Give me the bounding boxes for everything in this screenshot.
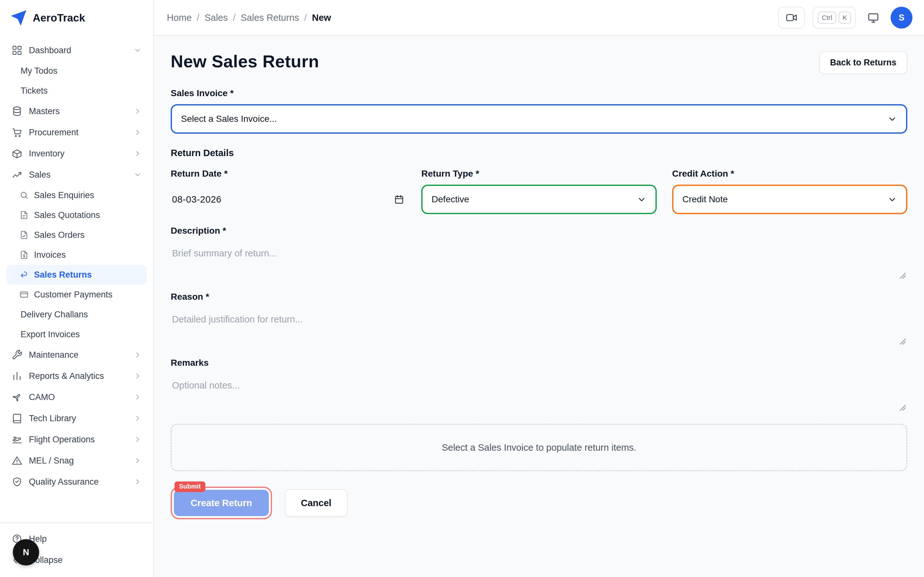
sidebar-item-sales-returns[interactable]: Sales Returns xyxy=(6,265,147,285)
breadcrumb-sales-returns[interactable]: Sales Returns xyxy=(241,13,307,23)
sidebar-item-sales[interactable]: Sales xyxy=(6,164,147,185)
chevron-down-icon xyxy=(134,171,142,179)
display-button[interactable] xyxy=(864,7,883,29)
document-icon xyxy=(19,210,29,220)
chevron-right-icon xyxy=(134,414,142,422)
return-type-label: Return Type * xyxy=(421,169,656,179)
sidebar-item-dashboard[interactable]: Dashboard xyxy=(6,40,147,61)
sidebar-item-label: CAMO xyxy=(29,392,55,402)
resize-handle-icon[interactable] xyxy=(900,338,906,345)
sidebar-item-inventory[interactable]: Inventory xyxy=(6,143,147,164)
sales-invoice-select[interactable]: Select a Sales Invoice... xyxy=(171,104,907,134)
credit-action-value: Credit Note xyxy=(682,194,728,205)
sidebar-item-customer-payments[interactable]: Customer Payments xyxy=(6,285,147,305)
chevron-down-icon xyxy=(887,195,897,204)
bar-chart-icon xyxy=(11,371,23,382)
sidebar-item-label: Flight Operations xyxy=(29,435,95,445)
trend-up-icon xyxy=(11,169,23,180)
plane-icon xyxy=(11,392,23,403)
sidebar-item-reports-analytics[interactable]: Reports & Analytics xyxy=(6,366,147,387)
sidebar-item-tickets[interactable]: Tickets xyxy=(6,81,147,101)
sidebar-item-label: Maintenance xyxy=(29,350,79,360)
dashboard-grid-icon xyxy=(11,45,23,56)
chevron-right-icon xyxy=(134,107,142,115)
resize-handle-icon[interactable] xyxy=(900,405,906,411)
chevron-right-icon xyxy=(134,128,142,137)
breadcrumb-new: New xyxy=(312,13,331,23)
sidebar-item-delivery-challans[interactable]: Delivery Challans xyxy=(6,305,147,324)
sidebar-item-label: Sales Enquiries xyxy=(34,190,94,200)
main-content: New Sales Return Back to Returns Sales I… xyxy=(154,36,924,577)
back-to-returns-button[interactable]: Back to Returns xyxy=(819,51,907,74)
chevron-down-icon xyxy=(637,195,646,204)
sidebar-item-masters[interactable]: Masters xyxy=(6,101,147,122)
sidebar-item-procurement[interactable]: Procurement xyxy=(6,122,147,143)
sidebar-item-tech-library[interactable]: Tech Library xyxy=(6,408,147,429)
sidebar-item-sales-orders[interactable]: Sales Orders xyxy=(6,225,147,245)
video-camera-button[interactable] xyxy=(778,7,805,29)
return-details-heading: Return Details xyxy=(171,148,907,158)
return-date-field: Return Date * xyxy=(171,169,406,214)
sidebar-item-quality-assurance[interactable]: Quality Assurance xyxy=(6,471,147,492)
sidebar-item-label: Quality Assurance xyxy=(29,477,99,487)
chevron-right-icon xyxy=(134,456,142,465)
remarks-textarea[interactable] xyxy=(171,374,907,411)
resize-handle-icon[interactable] xyxy=(900,272,906,279)
shield-icon xyxy=(11,476,23,487)
sidebar-item-label: Dashboard xyxy=(29,45,71,55)
remarks-label: Remarks xyxy=(171,358,907,368)
sidebar-nav: Dashboard My Todos Tickets Masters Procu… xyxy=(0,36,153,522)
reason-textarea[interactable] xyxy=(171,308,907,345)
sidebar-item-label: Delivery Challans xyxy=(21,309,88,319)
sidebar-item-label: Sales Returns xyxy=(34,270,92,280)
sidebar-item-my-todos[interactable]: My Todos xyxy=(6,61,147,81)
return-date-input[interactable] xyxy=(172,194,255,205)
sidebar-item-label: Sales Quotations xyxy=(34,210,100,220)
k-key: K xyxy=(838,11,851,23)
return-items-empty-state: Select a Sales Invoice to populate retur… xyxy=(171,424,907,471)
keyboard-shortcut[interactable]: Ctrl K xyxy=(813,7,856,29)
return-type-select[interactable]: Defective xyxy=(421,185,656,214)
sales-invoice-value: Select a Sales Invoice... xyxy=(181,114,277,124)
breadcrumb-sales[interactable]: Sales xyxy=(204,13,236,23)
cancel-button[interactable]: Cancel xyxy=(285,489,347,517)
document-check-icon xyxy=(19,230,29,240)
credit-action-field: Credit Action * Credit Note xyxy=(672,169,907,214)
brand[interactable]: AeroTrack xyxy=(0,0,153,36)
book-icon xyxy=(11,413,23,424)
sidebar-item-label: Export Invoices xyxy=(21,330,80,340)
calendar-icon[interactable] xyxy=(394,194,405,205)
sidebar-item-mel-snag[interactable]: MEL / Snag xyxy=(6,450,147,471)
sidebar-item-camo[interactable]: CAMO xyxy=(6,387,147,408)
reason-label: Reason * xyxy=(171,292,907,302)
sidebar-item-label: Reports & Analytics xyxy=(29,371,104,381)
floating-n-badge[interactable]: N xyxy=(13,539,39,566)
sidebar: AeroTrack Dashboard My Todos Tickets Mas… xyxy=(0,0,154,577)
breadcrumb: Home Sales Sales Returns New xyxy=(167,13,331,23)
sidebar-item-maintenance[interactable]: Maintenance xyxy=(6,344,147,366)
sidebar-item-export-invoices[interactable]: Export Invoices xyxy=(6,324,147,344)
invoice-icon xyxy=(19,250,29,259)
sidebar-item-label: Invoices xyxy=(34,250,66,260)
credit-action-select[interactable]: Credit Note xyxy=(672,185,907,214)
box-icon xyxy=(11,148,23,159)
video-camera-icon xyxy=(785,11,798,24)
chevron-right-icon xyxy=(134,372,142,380)
sales-invoice-label: Sales Invoice * xyxy=(171,88,907,98)
create-return-button[interactable]: Create Return xyxy=(174,490,269,516)
chevron-right-icon xyxy=(134,478,142,486)
sidebar-item-sales-quotations[interactable]: Sales Quotations xyxy=(6,205,147,225)
sidebar-item-label: Sales Orders xyxy=(34,230,85,240)
wrench-icon xyxy=(11,350,23,360)
brand-name: AeroTrack xyxy=(33,12,85,24)
description-textarea[interactable] xyxy=(171,242,907,279)
avatar[interactable]: S xyxy=(891,7,913,29)
top-actions: Ctrl K S xyxy=(778,7,913,29)
flight-takeoff-icon xyxy=(11,434,23,445)
breadcrumb-home[interactable]: Home xyxy=(167,13,199,23)
sidebar-item-invoices[interactable]: Invoices xyxy=(6,245,147,265)
chevron-right-icon xyxy=(134,149,142,158)
sidebar-item-flight-operations[interactable]: Flight Operations xyxy=(6,429,147,450)
chevron-down-icon xyxy=(134,46,142,55)
sidebar-item-sales-enquiries[interactable]: Sales Enquiries xyxy=(6,185,147,205)
